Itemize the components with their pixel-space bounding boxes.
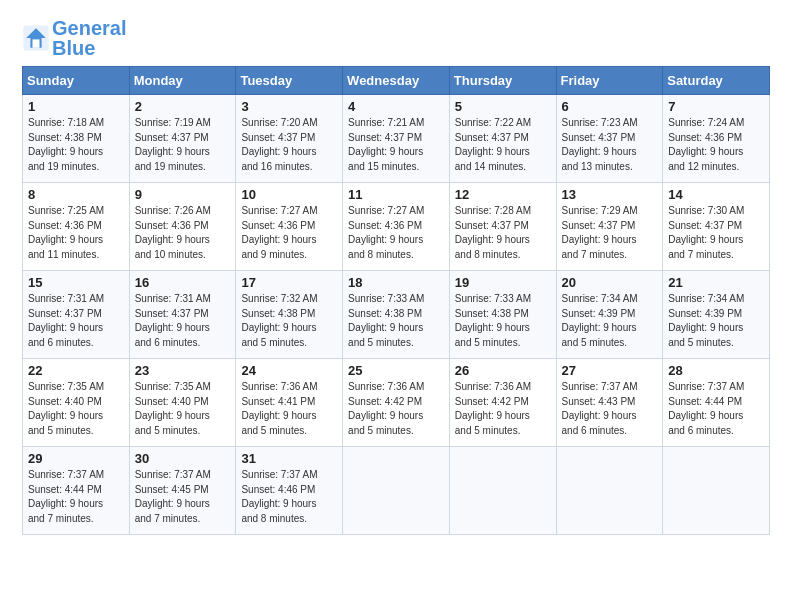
calendar-cell: 28 Sunrise: 7:37 AM Sunset: 4:44 PM Dayl…: [663, 359, 770, 447]
calendar-cell: 1 Sunrise: 7:18 AM Sunset: 4:38 PM Dayli…: [23, 95, 130, 183]
day-number: 31: [241, 451, 337, 466]
day-number: 25: [348, 363, 444, 378]
day-number: 22: [28, 363, 124, 378]
calendar-cell: 18 Sunrise: 7:33 AM Sunset: 4:38 PM Dayl…: [343, 271, 450, 359]
day-detail: Sunrise: 7:30 AM Sunset: 4:37 PM Dayligh…: [668, 204, 764, 262]
day-number: 21: [668, 275, 764, 290]
day-detail: Sunrise: 7:27 AM Sunset: 4:36 PM Dayligh…: [348, 204, 444, 262]
day-number: 26: [455, 363, 551, 378]
day-number: 15: [28, 275, 124, 290]
day-number: 2: [135, 99, 231, 114]
calendar-cell: 26 Sunrise: 7:36 AM Sunset: 4:42 PM Dayl…: [449, 359, 556, 447]
calendar-cell: 30 Sunrise: 7:37 AM Sunset: 4:45 PM Dayl…: [129, 447, 236, 535]
calendar-week-row: 8 Sunrise: 7:25 AM Sunset: 4:36 PM Dayli…: [23, 183, 770, 271]
calendar-header-monday: Monday: [129, 67, 236, 95]
calendar-header-row: SundayMondayTuesdayWednesdayThursdayFrid…: [23, 67, 770, 95]
calendar-cell: 13 Sunrise: 7:29 AM Sunset: 4:37 PM Dayl…: [556, 183, 663, 271]
calendar-cell: [663, 447, 770, 535]
calendar-week-row: 22 Sunrise: 7:35 AM Sunset: 4:40 PM Dayl…: [23, 359, 770, 447]
day-number: 5: [455, 99, 551, 114]
day-detail: Sunrise: 7:31 AM Sunset: 4:37 PM Dayligh…: [28, 292, 124, 350]
calendar-cell: 24 Sunrise: 7:36 AM Sunset: 4:41 PM Dayl…: [236, 359, 343, 447]
calendar-table: SundayMondayTuesdayWednesdayThursdayFrid…: [22, 66, 770, 535]
day-detail: Sunrise: 7:37 AM Sunset: 4:44 PM Dayligh…: [28, 468, 124, 526]
day-detail: Sunrise: 7:37 AM Sunset: 4:44 PM Dayligh…: [668, 380, 764, 438]
day-detail: Sunrise: 7:25 AM Sunset: 4:36 PM Dayligh…: [28, 204, 124, 262]
day-number: 20: [562, 275, 658, 290]
day-number: 14: [668, 187, 764, 202]
day-detail: Sunrise: 7:18 AM Sunset: 4:38 PM Dayligh…: [28, 116, 124, 174]
day-number: 23: [135, 363, 231, 378]
logo-text: GeneralBlue: [52, 18, 126, 58]
calendar-cell: 22 Sunrise: 7:35 AM Sunset: 4:40 PM Dayl…: [23, 359, 130, 447]
calendar-cell: 21 Sunrise: 7:34 AM Sunset: 4:39 PM Dayl…: [663, 271, 770, 359]
logo-icon: [22, 24, 50, 52]
day-detail: Sunrise: 7:22 AM Sunset: 4:37 PM Dayligh…: [455, 116, 551, 174]
day-detail: Sunrise: 7:19 AM Sunset: 4:37 PM Dayligh…: [135, 116, 231, 174]
day-detail: Sunrise: 7:27 AM Sunset: 4:36 PM Dayligh…: [241, 204, 337, 262]
day-detail: Sunrise: 7:36 AM Sunset: 4:42 PM Dayligh…: [455, 380, 551, 438]
calendar-header-saturday: Saturday: [663, 67, 770, 95]
day-number: 18: [348, 275, 444, 290]
day-number: 9: [135, 187, 231, 202]
logo: GeneralBlue: [22, 18, 126, 58]
day-detail: Sunrise: 7:23 AM Sunset: 4:37 PM Dayligh…: [562, 116, 658, 174]
page: GeneralBlue SundayMondayTuesdayWednesday…: [0, 0, 792, 612]
day-number: 10: [241, 187, 337, 202]
day-detail: Sunrise: 7:34 AM Sunset: 4:39 PM Dayligh…: [562, 292, 658, 350]
day-detail: Sunrise: 7:33 AM Sunset: 4:38 PM Dayligh…: [348, 292, 444, 350]
day-number: 3: [241, 99, 337, 114]
calendar-cell: 12 Sunrise: 7:28 AM Sunset: 4:37 PM Dayl…: [449, 183, 556, 271]
calendar-cell: 7 Sunrise: 7:24 AM Sunset: 4:36 PM Dayli…: [663, 95, 770, 183]
day-detail: Sunrise: 7:33 AM Sunset: 4:38 PM Dayligh…: [455, 292, 551, 350]
calendar-cell: 3 Sunrise: 7:20 AM Sunset: 4:37 PM Dayli…: [236, 95, 343, 183]
calendar-cell: 15 Sunrise: 7:31 AM Sunset: 4:37 PM Dayl…: [23, 271, 130, 359]
calendar-cell: 17 Sunrise: 7:32 AM Sunset: 4:38 PM Dayl…: [236, 271, 343, 359]
calendar-cell: 11 Sunrise: 7:27 AM Sunset: 4:36 PM Dayl…: [343, 183, 450, 271]
calendar-week-row: 15 Sunrise: 7:31 AM Sunset: 4:37 PM Dayl…: [23, 271, 770, 359]
calendar-cell: 10 Sunrise: 7:27 AM Sunset: 4:36 PM Dayl…: [236, 183, 343, 271]
day-detail: Sunrise: 7:37 AM Sunset: 4:43 PM Dayligh…: [562, 380, 658, 438]
calendar-week-row: 1 Sunrise: 7:18 AM Sunset: 4:38 PM Dayli…: [23, 95, 770, 183]
calendar-cell: 2 Sunrise: 7:19 AM Sunset: 4:37 PM Dayli…: [129, 95, 236, 183]
day-detail: Sunrise: 7:20 AM Sunset: 4:37 PM Dayligh…: [241, 116, 337, 174]
calendar-header-tuesday: Tuesday: [236, 67, 343, 95]
day-detail: Sunrise: 7:21 AM Sunset: 4:37 PM Dayligh…: [348, 116, 444, 174]
day-detail: Sunrise: 7:37 AM Sunset: 4:45 PM Dayligh…: [135, 468, 231, 526]
day-detail: Sunrise: 7:28 AM Sunset: 4:37 PM Dayligh…: [455, 204, 551, 262]
calendar-cell: 9 Sunrise: 7:26 AM Sunset: 4:36 PM Dayli…: [129, 183, 236, 271]
calendar-cell: 5 Sunrise: 7:22 AM Sunset: 4:37 PM Dayli…: [449, 95, 556, 183]
calendar-header-sunday: Sunday: [23, 67, 130, 95]
calendar-cell: 20 Sunrise: 7:34 AM Sunset: 4:39 PM Dayl…: [556, 271, 663, 359]
day-number: 4: [348, 99, 444, 114]
day-detail: Sunrise: 7:31 AM Sunset: 4:37 PM Dayligh…: [135, 292, 231, 350]
day-detail: Sunrise: 7:24 AM Sunset: 4:36 PM Dayligh…: [668, 116, 764, 174]
day-number: 17: [241, 275, 337, 290]
day-number: 16: [135, 275, 231, 290]
calendar-header-thursday: Thursday: [449, 67, 556, 95]
calendar-cell: 27 Sunrise: 7:37 AM Sunset: 4:43 PM Dayl…: [556, 359, 663, 447]
calendar-cell: 4 Sunrise: 7:21 AM Sunset: 4:37 PM Dayli…: [343, 95, 450, 183]
calendar-cell: 23 Sunrise: 7:35 AM Sunset: 4:40 PM Dayl…: [129, 359, 236, 447]
calendar-header-friday: Friday: [556, 67, 663, 95]
day-number: 19: [455, 275, 551, 290]
calendar-header-wednesday: Wednesday: [343, 67, 450, 95]
day-number: 6: [562, 99, 658, 114]
day-number: 24: [241, 363, 337, 378]
calendar-cell: 16 Sunrise: 7:31 AM Sunset: 4:37 PM Dayl…: [129, 271, 236, 359]
calendar-cell: 29 Sunrise: 7:37 AM Sunset: 4:44 PM Dayl…: [23, 447, 130, 535]
calendar-cell: [449, 447, 556, 535]
day-number: 7: [668, 99, 764, 114]
day-detail: Sunrise: 7:34 AM Sunset: 4:39 PM Dayligh…: [668, 292, 764, 350]
calendar-cell: 14 Sunrise: 7:30 AM Sunset: 4:37 PM Dayl…: [663, 183, 770, 271]
calendar-cell: [556, 447, 663, 535]
day-detail: Sunrise: 7:26 AM Sunset: 4:36 PM Dayligh…: [135, 204, 231, 262]
day-detail: Sunrise: 7:35 AM Sunset: 4:40 PM Dayligh…: [28, 380, 124, 438]
calendar-cell: 8 Sunrise: 7:25 AM Sunset: 4:36 PM Dayli…: [23, 183, 130, 271]
day-detail: Sunrise: 7:36 AM Sunset: 4:42 PM Dayligh…: [348, 380, 444, 438]
calendar-week-row: 29 Sunrise: 7:37 AM Sunset: 4:44 PM Dayl…: [23, 447, 770, 535]
day-number: 27: [562, 363, 658, 378]
day-number: 1: [28, 99, 124, 114]
calendar-cell: 6 Sunrise: 7:23 AM Sunset: 4:37 PM Dayli…: [556, 95, 663, 183]
day-number: 11: [348, 187, 444, 202]
